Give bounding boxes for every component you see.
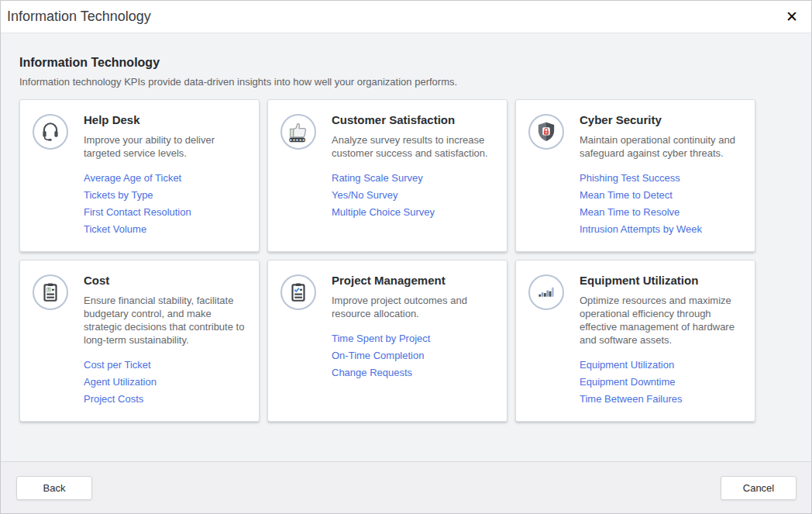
close-icon[interactable]: ✕ — [786, 9, 798, 24]
card-title: Customer Satisfaction — [332, 113, 494, 128]
link-tickets-by-type[interactable]: Tickets by Type — [84, 187, 246, 204]
link-equipment-downtime[interactable]: Equipment Downtime — [580, 374, 742, 391]
svg-text:$: $ — [47, 287, 50, 291]
card-title: Equipment Utilization — [580, 274, 742, 288]
card-title: Cost — [84, 274, 246, 288]
card-description: Improve your ability to deliver targeted… — [84, 133, 246, 160]
card-project-management: Project Management Improve project outco… — [267, 260, 508, 422]
headset-icon — [33, 114, 68, 150]
card-content: Project Management Improve project outco… — [332, 274, 494, 381]
dialog-titlebar: Information Technology ✕ — [1, 1, 811, 33]
link-average-age-of-ticket[interactable]: Average Age of Ticket — [84, 170, 246, 187]
section-title: Information Technology — [19, 56, 793, 70]
link-cost-per-ticket[interactable]: Cost per Ticket — [84, 357, 246, 374]
card-content: Cyber Security Maintain operational cont… — [580, 113, 742, 238]
card-links: Cost per Ticket Agent Utilization Projec… — [84, 357, 246, 408]
card-content: Help Desk Improve your ability to delive… — [84, 113, 246, 238]
card-content: Cost Ensure financial stability, facilit… — [84, 274, 246, 408]
link-project-costs[interactable]: Project Costs — [84, 391, 246, 408]
card-description: Ensure financial stability, facilitate b… — [84, 294, 246, 347]
card-customer-satisfaction: ★★★★★ Customer Satisfaction Analyze surv… — [267, 99, 508, 252]
dollar-clipboard-icon: $ — [33, 274, 68, 310]
dialog-footer: Back Cancel — [1, 461, 811, 513]
card-content: Customer Satisfaction Analyze survey res… — [332, 113, 494, 221]
information-technology-dialog: Information Technology ✕ Information Tec… — [0, 0, 812, 514]
link-time-spent-by-project[interactable]: Time Spent by Project — [332, 330, 494, 347]
cancel-button[interactable]: Cancel — [721, 476, 797, 500]
card-links: Equipment Utilization Equipment Downtime… — [580, 357, 742, 408]
card-equipment-utilization: Equipment Utilization Optimize resources… — [515, 260, 755, 422]
shield-lock-icon — [528, 114, 564, 150]
card-links: Time Spent by Project On-Time Completion… — [332, 330, 494, 381]
dialog-body: Information Technology Information techn… — [1, 33, 811, 461]
link-yes-no-survey[interactable]: Yes/No Survey — [332, 187, 494, 204]
link-intrusion-attempts-by-week[interactable]: Intrusion Attempts by Week — [580, 221, 742, 238]
card-cyber-security: Cyber Security Maintain operational cont… — [515, 99, 755, 252]
card-links: Rating Scale Survey Yes/No Survey Multip… — [332, 170, 494, 221]
card-title: Cyber Security — [580, 113, 742, 128]
thumbs-up-rating-icon: ★★★★★ — [280, 114, 316, 150]
kpi-cards-grid: Help Desk Improve your ability to delive… — [19, 99, 793, 422]
card-help-desk: Help Desk Improve your ability to delive… — [19, 99, 260, 252]
link-rating-scale-survey[interactable]: Rating Scale Survey — [332, 170, 494, 187]
card-title: Help Desk — [84, 113, 246, 128]
link-mean-time-to-resolve[interactable]: Mean Time to Resolve — [580, 204, 742, 221]
card-cost: $ Cost Ensure financial stability, facil… — [19, 260, 260, 422]
link-multiple-choice-survey[interactable]: Multiple Choice Survey — [332, 204, 494, 221]
link-first-contact-resolution[interactable]: First Contact Resolution — [84, 204, 246, 221]
link-equipment-utilization[interactable]: Equipment Utilization — [580, 357, 742, 374]
dialog-title: Information Technology — [7, 9, 151, 25]
card-links: Phishing Test Success Mean Time to Detec… — [580, 170, 742, 238]
card-description: Improve project outcomes and resource al… — [332, 294, 494, 320]
card-title: Project Management — [332, 274, 494, 288]
section-subtitle: Information technology KPIs provide data… — [19, 76, 793, 88]
link-on-time-completion[interactable]: On-Time Completion — [332, 347, 494, 364]
card-description: Maintain operational continuity and safe… — [580, 133, 742, 160]
checklist-clipboard-icon — [280, 274, 316, 310]
card-links: Average Age of Ticket Tickets by Type Fi… — [84, 170, 246, 238]
link-mean-time-to-detect[interactable]: Mean Time to Detect — [580, 187, 742, 204]
card-description: Optimize resources and maximize operatio… — [580, 294, 742, 347]
svg-text:★★★★★: ★★★★★ — [289, 138, 305, 142]
card-content: Equipment Utilization Optimize resources… — [580, 274, 742, 408]
link-change-requests[interactable]: Change Requests — [332, 364, 494, 381]
link-agent-utilization[interactable]: Agent Utilization — [84, 374, 246, 391]
bar-chart-icon — [528, 274, 564, 310]
back-button[interactable]: Back — [16, 476, 92, 500]
card-description: Analyze survey results to increase custo… — [332, 133, 494, 160]
link-ticket-volume[interactable]: Ticket Volume — [84, 221, 246, 238]
link-time-between-failures[interactable]: Time Between Failures — [580, 391, 742, 408]
link-phishing-test-success[interactable]: Phishing Test Success — [580, 170, 742, 187]
